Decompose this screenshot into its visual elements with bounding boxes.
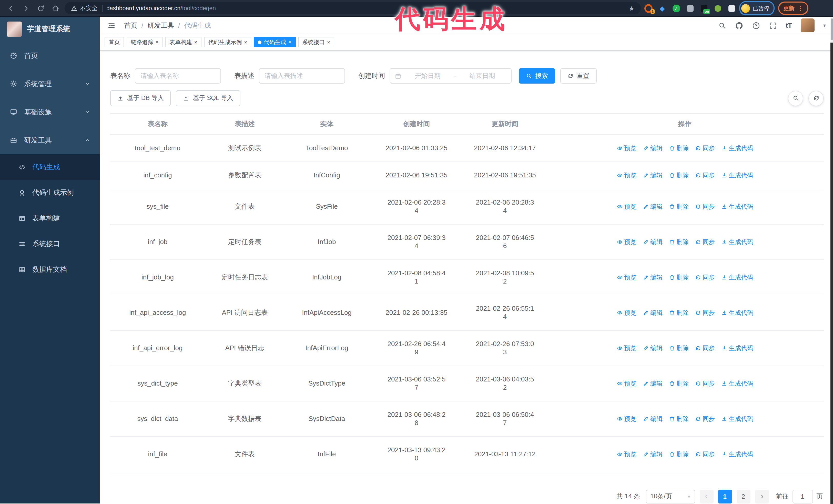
reset-button[interactable]: 重置 (560, 68, 597, 83)
sidebar-item-研发工具[interactable]: 研发工具 (0, 126, 100, 154)
next-page-button[interactable] (755, 490, 769, 503)
action-编辑[interactable]: 编辑 (643, 450, 663, 458)
action-删除[interactable]: 删除 (669, 344, 689, 352)
action-编辑[interactable]: 编辑 (643, 144, 663, 152)
page-button-1[interactable]: 1 (718, 490, 732, 503)
action-同步[interactable]: 同步 (695, 238, 715, 246)
bookmark-star-icon[interactable]: ★ (629, 4, 635, 12)
action-预览[interactable]: 预览 (616, 144, 636, 152)
tab-close-icon[interactable]: × (194, 39, 197, 45)
action-同步[interactable]: 同步 (695, 450, 715, 458)
action-删除[interactable]: 删除 (669, 144, 689, 152)
sidebar-subitem-代码生成[interactable]: 代码生成 (0, 154, 100, 180)
action-同步[interactable]: 同步 (695, 144, 715, 152)
window-scrollbar[interactable] (830, 17, 833, 504)
browser-reload-icon[interactable] (35, 3, 46, 14)
action-生成代码[interactable]: 生成代码 (721, 450, 753, 458)
browser-update-button[interactable]: 更新 ⋮ (778, 2, 808, 15)
tab-close-icon[interactable]: × (155, 39, 159, 45)
tab-close-icon[interactable]: × (327, 39, 330, 45)
action-预览[interactable]: 预览 (616, 309, 636, 317)
github-icon[interactable] (735, 21, 743, 29)
tab-表单构建[interactable]: 表单构建× (165, 37, 201, 47)
breadcrumb-item-tools[interactable]: 研发工具 (147, 21, 174, 30)
tab-链路追踪[interactable]: 链路追踪× (127, 37, 163, 47)
action-删除[interactable]: 删除 (669, 273, 689, 282)
tab-系统接口[interactable]: 系统接口× (298, 37, 334, 47)
action-编辑[interactable]: 编辑 (643, 309, 663, 317)
sidebar-item-系统管理[interactable]: 系统管理 (0, 70, 100, 98)
app-logo[interactable]: 芋道管理系统 (0, 17, 100, 42)
date-range-picker[interactable]: 开始日期 - 结束日期 (389, 68, 511, 83)
extension-android-icon[interactable] (714, 4, 722, 12)
action-预览[interactable]: 预览 (616, 450, 636, 458)
browser-home-icon[interactable] (50, 3, 61, 14)
avatar-caret-icon[interactable]: ▾ (823, 23, 826, 28)
scrollbar-thumb[interactable] (831, 19, 833, 40)
action-同步[interactable]: 同步 (695, 415, 715, 423)
tab-代码生成[interactable]: 代码生成× (254, 37, 296, 47)
table-name-input[interactable] (135, 68, 221, 83)
page-size-select[interactable]: 10条/页 ▾ (646, 490, 695, 503)
security-warning[interactable]: 不安全 (71, 4, 98, 12)
action-生成代码[interactable]: 生成代码 (721, 171, 753, 179)
import-sql-button[interactable]: 基于 SQL 导入 (176, 90, 240, 106)
extension-check-icon[interactable]: ✓ (672, 4, 680, 12)
sidebar-item-基础设施[interactable]: 基础设施 (0, 98, 100, 126)
action-删除[interactable]: 删除 (669, 309, 689, 317)
action-预览[interactable]: 预览 (616, 344, 636, 352)
action-生成代码[interactable]: 生成代码 (721, 202, 753, 211)
refresh-table-button[interactable] (808, 91, 824, 106)
sidebar-subitem-系统接口[interactable]: 系统接口 (0, 231, 100, 257)
action-编辑[interactable]: 编辑 (643, 379, 663, 388)
action-编辑[interactable]: 编辑 (643, 202, 663, 211)
action-删除[interactable]: 删除 (669, 238, 689, 246)
toggle-search-button[interactable] (788, 91, 803, 106)
action-预览[interactable]: 预览 (616, 238, 636, 246)
tab-close-icon[interactable]: × (244, 39, 247, 45)
goto-page-input[interactable] (792, 490, 813, 503)
sidebar-item-首页[interactable]: 首页 (0, 42, 100, 70)
page-button-2[interactable]: 2 (736, 490, 750, 503)
action-同步[interactable]: 同步 (695, 171, 715, 179)
action-删除[interactable]: 删除 (669, 450, 689, 458)
prev-page-button[interactable] (699, 490, 713, 503)
action-编辑[interactable]: 编辑 (643, 344, 663, 352)
action-删除[interactable]: 删除 (669, 202, 689, 211)
action-生成代码[interactable]: 生成代码 (721, 415, 753, 423)
action-生成代码[interactable]: 生成代码 (721, 238, 753, 246)
import-db-button[interactable]: 基于 DB 导入 (110, 90, 171, 106)
tab-close-icon[interactable]: × (288, 39, 292, 45)
search-button[interactable]: 搜索 (519, 68, 555, 83)
kebab-menu-icon[interactable]: ⋮ (798, 5, 803, 11)
header-search-icon[interactable] (718, 21, 726, 29)
action-生成代码[interactable]: 生成代码 (721, 309, 753, 317)
action-同步[interactable]: 同步 (695, 309, 715, 317)
action-生成代码[interactable]: 生成代码 (721, 344, 753, 352)
tab-代码生成示例[interactable]: 代码生成示例× (204, 37, 252, 47)
extension-puzzle-icon[interactable] (728, 4, 736, 12)
sidebar-fold-icon[interactable] (107, 21, 116, 30)
action-编辑[interactable]: 编辑 (643, 273, 663, 282)
extension-orange-icon[interactable]: 1 (644, 4, 652, 12)
action-预览[interactable]: 预览 (616, 379, 636, 388)
action-同步[interactable]: 同步 (695, 202, 715, 211)
action-编辑[interactable]: 编辑 (643, 415, 663, 423)
address-bar[interactable]: 不安全 dashboard.yudao.iocoder.cn/tool/code… (65, 2, 641, 14)
action-删除[interactable]: 删除 (669, 415, 689, 423)
action-生成代码[interactable]: 生成代码 (721, 379, 753, 388)
action-预览[interactable]: 预览 (616, 273, 636, 282)
action-预览[interactable]: 预览 (616, 171, 636, 179)
font-size-icon[interactable]: tT (786, 22, 792, 29)
extension-on-icon[interactable]: on (700, 4, 708, 12)
action-同步[interactable]: 同步 (695, 273, 715, 282)
sidebar-subitem-表单构建[interactable]: 表单构建 (0, 206, 100, 231)
table-desc-input[interactable] (259, 68, 345, 83)
browser-back-icon[interactable] (5, 3, 17, 14)
tab-首页[interactable]: 首页 (104, 37, 124, 47)
action-删除[interactable]: 删除 (669, 379, 689, 388)
help-icon[interactable] (752, 21, 760, 29)
action-编辑[interactable]: 编辑 (643, 238, 663, 246)
fullscreen-icon[interactable] (769, 21, 777, 29)
breadcrumb-item-home[interactable]: 首页 (124, 21, 137, 30)
